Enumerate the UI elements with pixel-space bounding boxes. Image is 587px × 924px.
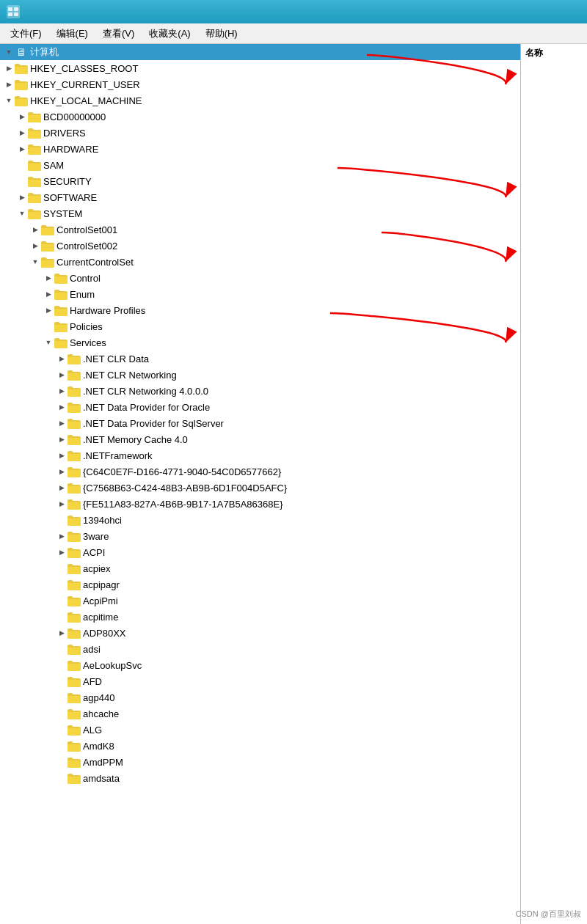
expand-enum[interactable]: ▶ — [43, 288, 54, 300]
tree-item-acpipmi[interactable]: AcpiPmi — [0, 593, 520, 609]
expand-root[interactable]: ▼ — [3, 46, 15, 58]
tree-item-agp440[interactable]: agp440 — [0, 689, 520, 705]
tree-item-aelookup[interactable]: AeLookupSvc — [0, 657, 520, 673]
expand-hardware[interactable]: ▶ — [16, 143, 28, 155]
folder-icon-guid2 — [68, 482, 81, 494]
folder-icon-agp440 — [68, 692, 81, 703]
tree-item-guid2[interactable]: ▶ {C7568B63-C424-48B3-AB9B-6D1F004D5AFC} — [0, 480, 520, 496]
label-afd: AFD — [83, 676, 102, 687]
tree-item-enum[interactable]: ▶ Enum — [0, 286, 520, 302]
tree-item-ahcache[interactable]: ahcache — [0, 705, 520, 722]
folder-icon-controlset001 — [41, 224, 54, 235]
tree-item-ware3[interactable]: ▶ 3ware — [0, 528, 520, 544]
label-classes_root: HKEY_CLASSES_ROOT — [30, 63, 138, 74]
tree-item-controlset002[interactable]: ▶ ControlSet002 — [0, 238, 520, 254]
expand-classes_root[interactable]: ▶ — [3, 62, 15, 74]
expand-hardware_profiles[interactable]: ▶ — [43, 304, 54, 316]
expand-net_framework[interactable]: ▶ — [56, 450, 68, 461]
tree-item-net_clr_data[interactable]: ▶ .NET CLR Data — [0, 351, 520, 367]
expand-system[interactable]: ▼ — [16, 208, 28, 219]
expand-control[interactable]: ▶ — [43, 272, 54, 284]
tree-item-acpi[interactable]: ▶ ACPI — [0, 544, 520, 560]
expand-controlset002[interactable]: ▶ — [29, 240, 41, 252]
expand-controlset001[interactable]: ▶ — [29, 224, 41, 235]
tree-item-net_data_sqlserver[interactable]: ▶ .NET Data Provider for SqlServer — [0, 415, 520, 431]
expand-local_machine[interactable]: ▼ — [3, 95, 15, 106]
label-acpiex: acpiex — [83, 563, 111, 574]
tree-panel[interactable]: ▼ 🖥 计算机 ▶ HKEY_CLASSES_ROOT▶ HKEY_CURREN… — [0, 44, 521, 924]
svg-rect-2 — [14, 7, 18, 11]
tree-item-guid3[interactable]: ▶ {FE511A83-827A-4B6B-9B17-1A7B5A86368E} — [0, 496, 520, 512]
tree-item-bcd[interactable]: ▶ BCD00000000 — [0, 109, 520, 125]
expand-drivers[interactable]: ▶ — [16, 127, 28, 139]
tree-item-sam[interactable]: SAM — [0, 157, 520, 173]
folder-icon-current_user — [15, 78, 28, 90]
expand-net_clr_networking400[interactable]: ▶ — [56, 385, 68, 397]
folder-icon-acpiex — [68, 562, 81, 574]
expand-guid2[interactable]: ▶ — [56, 482, 68, 494]
menu-file[interactable]: 文件(F) — [4, 26, 48, 42]
tree-item-hardware[interactable]: ▶ HARDWARE — [0, 141, 520, 157]
expand-software[interactable]: ▶ — [16, 191, 28, 203]
tree-item-policies[interactable]: Policies — [0, 318, 520, 334]
tree-item-acpipagr[interactable]: acpipagr — [0, 576, 520, 593]
folder-icon-sam — [28, 159, 41, 171]
tree-item-adp80xx[interactable]: ▶ ADP80XX — [0, 625, 520, 641]
expand-net_clr_networking[interactable]: ▶ — [56, 369, 68, 381]
expand-guid1[interactable]: ▶ — [56, 466, 68, 477]
tree-item-control[interactable]: ▶ Control — [0, 270, 520, 286]
tree-item-drivers[interactable]: ▶ DRIVERS — [0, 125, 520, 141]
tree-item-services[interactable]: ▼ Services — [0, 334, 520, 351]
folder-icon-bcd — [28, 111, 41, 122]
tree-item-net_clr_networking[interactable]: ▶ .NET CLR Networking — [0, 367, 520, 383]
tree-item-classes_root[interactable]: ▶ HKEY_CLASSES_ROOT — [0, 60, 520, 76]
expand-acpi[interactable]: ▶ — [56, 546, 68, 558]
tree-item-acpiex[interactable]: acpiex — [0, 560, 520, 576]
folder-icon-net_clr_networking — [68, 369, 81, 381]
folder-icon-acpitime — [68, 611, 81, 623]
menu-help[interactable]: 帮助(H) — [200, 26, 244, 42]
expand-adp80xx[interactable]: ▶ — [56, 627, 68, 639]
tree-item-net_clr_networking400[interactable]: ▶ .NET CLR Networking 4.0.0.0 — [0, 383, 520, 399]
expand-net_data_oracle[interactable]: ▶ — [56, 401, 68, 413]
tree-item-security[interactable]: SECURITY — [0, 173, 520, 189]
expand-bcd[interactable]: ▶ — [16, 111, 28, 122]
tree-item-ohci[interactable]: 1394ohci — [0, 512, 520, 528]
tree-item-alg[interactable]: ALG — [0, 722, 520, 738]
tree-item-currentcontrolset[interactable]: ▼ CurrentControlSet — [0, 254, 520, 270]
tree-item-amdk8[interactable]: AmdK8 — [0, 738, 520, 754]
tree-item-controlset001[interactable]: ▶ ControlSet001 — [0, 221, 520, 238]
tree-item-hardware_profiles[interactable]: ▶ Hardware Profiles — [0, 302, 520, 318]
tree-item-net_framework[interactable]: ▶ .NETFramework — [0, 447, 520, 463]
expand-services[interactable]: ▼ — [43, 337, 54, 348]
tree-item-amdsata[interactable]: amdsata — [0, 770, 520, 786]
tree-item-current_user[interactable]: ▶ HKEY_CURRENT_USER — [0, 76, 520, 92]
label-net_clr_data: .NET CLR Data — [83, 353, 149, 364]
tree-item-software[interactable]: ▶ SOFTWARE — [0, 189, 520, 205]
expand-net_memory_cache[interactable]: ▶ — [56, 433, 68, 445]
tree-item-amdppm[interactable]: AmdPPM — [0, 754, 520, 770]
folder-icon-local_machine — [15, 95, 28, 106]
tree-item-afd[interactable]: AFD — [0, 673, 520, 689]
tree-item-net_data_oracle[interactable]: ▶ .NET Data Provider for Oracle — [0, 399, 520, 415]
menu-view[interactable]: 查看(V) — [97, 26, 140, 42]
expand-guid3[interactable]: ▶ — [56, 498, 68, 510]
tree-item-local_machine[interactable]: ▼ HKEY_LOCAL_MACHINE — [0, 92, 520, 109]
tree-item-adsi[interactable]: adsi — [0, 641, 520, 657]
tree-item-guid1[interactable]: ▶ {C64C0E7F-D166-4771-9040-54C0D6577662} — [0, 463, 520, 480]
tree-item-acpitime[interactable]: acpitime — [0, 609, 520, 625]
expand-net_data_sqlserver[interactable]: ▶ — [56, 417, 68, 429]
menu-favorites[interactable]: 收藏夹(A) — [143, 26, 196, 42]
tree-item-net_memory_cache[interactable]: ▶ .NET Memory Cache 4.0 — [0, 431, 520, 447]
label-adsi: adsi — [83, 644, 101, 655]
tree-item-system[interactable]: ▼ SYSTEM — [0, 205, 520, 221]
folder-icon-alg — [68, 724, 81, 736]
label-net_clr_networking400: .NET CLR Networking 4.0.0.0 — [83, 386, 208, 397]
expand-current_user[interactable]: ▶ — [3, 78, 15, 90]
tree-root[interactable]: ▼ 🖥 计算机 — [0, 44, 520, 60]
expand-ware3[interactable]: ▶ — [56, 530, 68, 542]
folder-icon-acpipagr — [68, 579, 81, 590]
menu-edit[interactable]: 编辑(E) — [51, 26, 94, 42]
expand-net_clr_data[interactable]: ▶ — [56, 353, 68, 364]
expand-currentcontrolset[interactable]: ▼ — [29, 256, 41, 268]
